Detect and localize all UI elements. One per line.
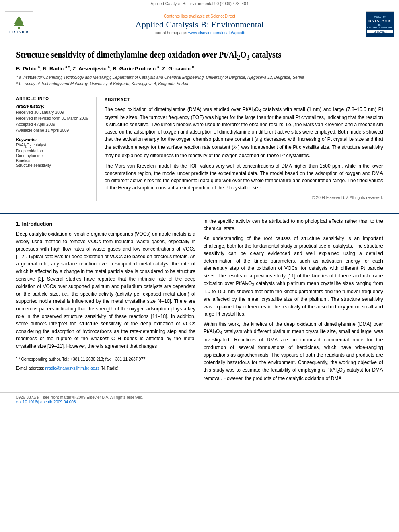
svg-rect-0 xyxy=(18,27,20,29)
accepted-date: Accepted 4 April 2009 xyxy=(16,121,90,127)
article-content: Structure sensitivity of dimethylamine d… xyxy=(0,41,399,209)
elsevier-tree-icon xyxy=(11,15,27,29)
abstract-para1: The deep oxidation of dimethylamine (DMA… xyxy=(105,106,383,159)
elsevier-logo-box: ELSEVIER xyxy=(5,11,33,37)
section1-para3: An understanding of the root causes of s… xyxy=(204,235,383,318)
section1-para2: in the specific activity can be attribut… xyxy=(204,218,383,232)
keyword-1: Pt/Al2O3 catalyst xyxy=(16,143,90,148)
received-date: Received 30 January 2009 xyxy=(16,109,90,115)
body-content: 1. Introduction Deep catalytic oxidation… xyxy=(0,213,399,392)
two-col-body: 1. Introduction Deep catalytic oxidation… xyxy=(16,218,383,384)
footer-doi[interactable]: doi:10.1016/j.apcatb.2009.04.008 xyxy=(16,400,383,404)
page-footer: 0926-3373/$ – see front matter © 2009 El… xyxy=(0,392,399,407)
keyword-3: Dimethylamine xyxy=(16,154,90,158)
journal-header-bar: Applied Catalysis B: Environmental 90 (2… xyxy=(0,0,399,8)
cover-label: VOL. 90 CATALYSIS B: ENVIRONMENTAL ELSEV… xyxy=(367,16,393,33)
elsevier-label: ELSEVIER xyxy=(9,30,29,34)
copyright-line: © 2009 Elsevier B.V. All rights reserved… xyxy=(105,195,383,201)
email-label: E-mail address: xyxy=(16,366,44,370)
keywords-heading: Keywords: xyxy=(16,138,90,142)
journal-banner-center: Contents lists available at ScienceDirec… xyxy=(37,14,362,35)
body-col-right: in the specific activity can be attribut… xyxy=(204,218,383,384)
journal-citation: Applied Catalysis B: Environmental 90 (2… xyxy=(151,2,249,6)
article-info-heading: ARTICLE INFO xyxy=(16,97,90,101)
affiliation-b: b Faculty of Technology and Metalurgy, U… xyxy=(19,82,188,86)
revised-date: Received in revised form 31 March 2009 xyxy=(16,115,90,121)
sciencedirect-link-text[interactable]: ScienceDirect xyxy=(210,14,235,18)
keywords-list: Pt/Al2O3 catalyst Deep oxidation Dimethy… xyxy=(16,143,90,168)
abstract-para2: The Mars van Krevelen model fits the TOF… xyxy=(105,162,383,191)
keyword-4: Kinetics xyxy=(16,158,90,163)
history-heading: Article history: xyxy=(16,104,90,109)
page: Applied Catalysis B: Environmental 90 (2… xyxy=(0,0,399,532)
affiliations: a a Institute for Chemistry, Technology … xyxy=(16,74,383,87)
sciencedirect-line: Contents lists available at ScienceDirec… xyxy=(37,14,362,18)
section1-para1: Deep catalytic oxidation of volatile org… xyxy=(16,230,195,350)
available-date: Available online 11 April 2009 xyxy=(16,127,90,134)
corresponding-author: * * Corresponding author. Tel.: +381 11 … xyxy=(16,356,195,362)
journal-cover-image: VOL. 90 CATALYSIS B: ENVIRONMENTAL ELSEV… xyxy=(366,11,394,37)
body-col-left: 1. Introduction Deep catalytic oxidation… xyxy=(16,218,195,384)
affiliation-a: a Institute for Chemistry, Technology an… xyxy=(19,75,304,80)
journal-homepage: journal homepage: www.elsevier.com/locat… xyxy=(37,31,362,35)
article-info-abstract-section: ARTICLE INFO Article history: Received 3… xyxy=(16,92,383,201)
journal-title: Applied Catalysis B: Environmental xyxy=(37,19,362,30)
elsevier-logo-area: ELSEVIER xyxy=(5,11,33,37)
copyright-text: © 2009 Elsevier B.V. All rights reserved… xyxy=(312,195,383,200)
email-address[interactable]: nradic@nanosys.ihtm.bg.ac.rs xyxy=(45,366,99,370)
homepage-label: journal homepage: xyxy=(154,31,187,35)
footnote: * * Corresponding author. Tel.: +381 11 … xyxy=(16,353,195,371)
abstract-heading: ABSTRACT xyxy=(105,97,383,103)
section1-para4: Within this work, the kinetics of the de… xyxy=(204,320,383,382)
keyword-5: Structure sensitivity xyxy=(16,163,90,168)
corresponding-text: * Corresponding author. Tel.: +381 11 26… xyxy=(19,357,146,362)
article-history: Article history: Received 30 January 200… xyxy=(16,104,90,134)
email-line: E-mail address: nradic@nanosys.ihtm.bg.a… xyxy=(16,365,195,371)
email-suffix: (N. Radic). xyxy=(101,366,120,370)
footer-issn: 0926-3373/$ – see front matter © 2009 El… xyxy=(16,395,383,400)
article-info-col: ARTICLE INFO Article history: Received 3… xyxy=(16,97,97,201)
abstract-col: ABSTRACT The deep oxidation of dimethyla… xyxy=(105,97,383,201)
article-title: Structure sensitivity of dimethylamine d… xyxy=(16,49,383,62)
homepage-url[interactable]: www.elsevier.com/locate/apcatb xyxy=(188,31,245,35)
section1-heading: 1. Introduction xyxy=(16,220,195,228)
keyword-2: Deep oxidation xyxy=(16,149,90,153)
journal-banner: ELSEVIER Contents lists available at Sci… xyxy=(0,8,399,41)
contents-text: Contents lists available at xyxy=(164,14,209,18)
authors-line: B. Grbic a, N. Radic a,*, Z. Arsenijevic… xyxy=(16,65,383,72)
keywords-section: Keywords: Pt/Al2O3 catalyst Deep oxidati… xyxy=(16,138,90,168)
